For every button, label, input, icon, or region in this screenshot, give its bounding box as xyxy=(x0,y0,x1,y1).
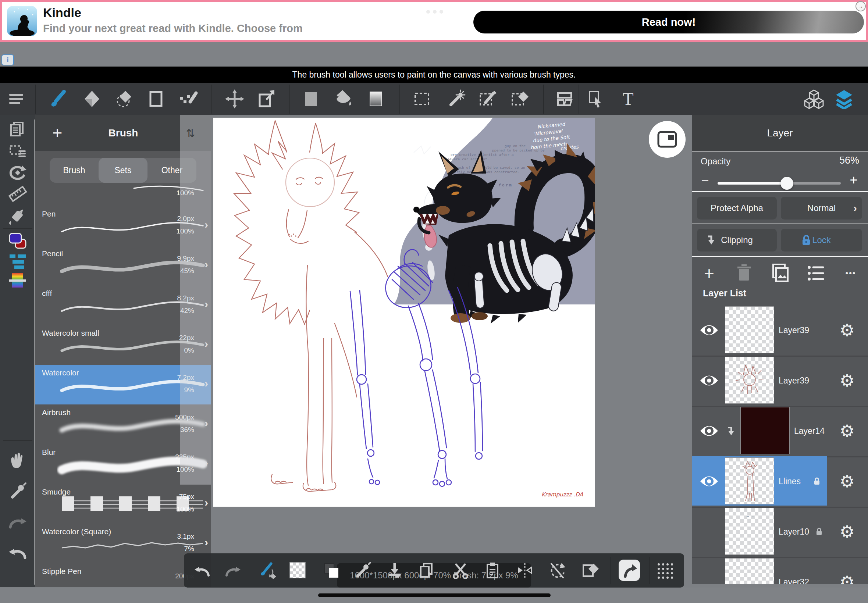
paste-button[interactable] xyxy=(484,561,501,579)
brush-settings-chevron[interactable]: › xyxy=(204,496,208,509)
layer-settings-gear[interactable]: ⚙ xyxy=(838,470,856,492)
brush-settings-chevron[interactable]: › xyxy=(204,417,208,430)
text-tool-icon[interactable]: T xyxy=(618,89,639,109)
material-list-icon[interactable] xyxy=(7,251,28,271)
brush-item-pen[interactable]: Pen 2.0px 100% › xyxy=(35,206,211,246)
save-button[interactable] xyxy=(386,561,404,579)
hand-tool-icon[interactable] xyxy=(7,450,28,471)
blend-mode-button[interactable]: Normal › xyxy=(781,197,862,220)
layer-settings-gear[interactable]: ⚙ xyxy=(838,420,856,442)
solid-fill-icon[interactable] xyxy=(301,89,322,109)
layer-thumbnail[interactable] xyxy=(740,407,790,454)
layer-row-layer10[interactable]: Layer10 ⚙ xyxy=(692,507,868,558)
layer-thumbnail[interactable] xyxy=(725,558,774,584)
gradient-picker-icon[interactable] xyxy=(7,270,28,291)
banner-forward-icon[interactable]: → xyxy=(856,1,866,11)
select-pen-tool-icon[interactable] xyxy=(477,89,498,109)
pages-icon[interactable] xyxy=(7,119,28,140)
brush-eraser-toggle-button[interactable] xyxy=(258,561,276,579)
layer-list-view-button[interactable] xyxy=(806,264,825,282)
operation-select-icon[interactable] xyxy=(586,89,607,109)
select-rect-tool-icon[interactable] xyxy=(412,89,432,109)
layer-row-layer32[interactable]: Layer32 ⚙ xyxy=(692,557,868,584)
flip-horizontal-button[interactable] xyxy=(516,561,534,579)
layer-thumbnail[interactable] xyxy=(725,306,774,353)
copy-button[interactable] xyxy=(418,561,435,579)
layer-settings-gear[interactable]: ⚙ xyxy=(838,319,856,341)
select-menu-icon[interactable] xyxy=(7,142,28,162)
panel-layout-icon[interactable] xyxy=(554,89,575,109)
brush-item-smudge[interactable]: Smudge 75px 100% › xyxy=(35,484,211,524)
layer-row-layer14[interactable]: Layer14 ⚙ xyxy=(692,406,868,458)
duplicate-layer-button[interactable] xyxy=(771,263,790,283)
color-swatch-button[interactable] xyxy=(322,561,340,579)
delete-layer-button[interactable] xyxy=(735,264,753,283)
layer-thumbnail[interactable] xyxy=(725,458,774,504)
brush-settings-chevron[interactable]: › xyxy=(204,298,208,310)
drag-handle-icon[interactable] xyxy=(656,561,673,579)
move-tool-icon[interactable] xyxy=(224,89,245,109)
sort-brushes-icon[interactable]: ⇅ xyxy=(179,123,201,143)
brush-item-partial[interactable]: 100% xyxy=(35,185,211,206)
brush-item-watercolor-small[interactable]: Watercolor small 22px 0% › xyxy=(35,325,211,365)
ruler-icon[interactable] xyxy=(7,184,28,204)
transform-tool-icon[interactable] xyxy=(256,89,277,109)
home-indicator[interactable] xyxy=(318,594,551,597)
brush-item-watercolor-selected[interactable]: Watercolor 7.2px 9% › xyxy=(35,365,211,405)
canvas[interactable]: guy on the ppened to be picked up by ery… xyxy=(214,118,595,507)
clipping-button[interactable]: Clipping xyxy=(697,229,777,252)
eyedropper-icon[interactable] xyxy=(7,482,28,502)
more-options-button[interactable]: ••• xyxy=(839,265,862,281)
cut-button[interactable] xyxy=(452,561,469,579)
brush-settings-chevron[interactable]: › xyxy=(204,457,208,469)
polyline-tool-icon[interactable] xyxy=(178,89,198,109)
menu-icon[interactable] xyxy=(6,89,26,109)
rotate-reset-button[interactable] xyxy=(548,561,566,579)
paint-tube-icon[interactable] xyxy=(7,206,28,226)
brush-settings-chevron[interactable]: › xyxy=(204,377,208,390)
bucket-tool-icon[interactable] xyxy=(333,89,353,109)
tab-brush[interactable]: Brush xyxy=(50,158,99,183)
eraser-tool-icon[interactable] xyxy=(82,89,102,109)
brush-settings-chevron[interactable]: › xyxy=(204,337,208,350)
info-icon[interactable]: i xyxy=(2,54,14,65)
shape-tool-icon[interactable] xyxy=(145,89,166,109)
transparent-color-button[interactable] xyxy=(289,562,306,578)
brush-settings-chevron[interactable]: › xyxy=(204,258,208,271)
redo-button[interactable] xyxy=(224,561,242,579)
visibility-eye-icon[interactable] xyxy=(699,425,719,437)
clear-button[interactable] xyxy=(581,561,599,579)
tab-other[interactable]: Other xyxy=(147,158,196,183)
opacity-minus-button[interactable]: − xyxy=(698,171,712,189)
visibility-eye-icon[interactable] xyxy=(699,374,719,387)
select-eraser-tool-icon[interactable] xyxy=(114,89,134,109)
brush-tool-icon[interactable] xyxy=(48,89,69,109)
brush-item-airbrush[interactable]: Airbrush 500px 36% › xyxy=(35,404,211,445)
tab-sets[interactable]: Sets xyxy=(99,158,147,183)
magic-wand-tool-icon[interactable] xyxy=(447,89,467,109)
layer-thumbnail[interactable] xyxy=(725,508,774,555)
read-now-button[interactable]: Read now! xyxy=(473,11,864,34)
undo-icon[interactable] xyxy=(7,542,28,563)
layer-settings-gear[interactable]: ⚙ xyxy=(838,521,856,543)
redo-icon[interactable] xyxy=(7,512,28,532)
color-swatches-icon[interactable] xyxy=(7,231,28,252)
brush-item-blur[interactable]: Blur 225px 100% › xyxy=(35,444,211,484)
select-eraser2-tool-icon[interactable] xyxy=(509,89,530,109)
brush-item-pencil[interactable]: Pencil 9.9px 45% › xyxy=(35,246,211,286)
layer-settings-gear[interactable]: ⚙ xyxy=(838,370,856,391)
visibility-eye-icon[interactable] xyxy=(699,475,719,487)
reference-window-button[interactable] xyxy=(649,121,685,158)
layer-thumbnail[interactable] xyxy=(725,357,774,404)
brush-settings-chevron[interactable]: › xyxy=(204,536,208,549)
opacity-slider-thumb[interactable] xyxy=(780,177,793,190)
layer-row-layer39b[interactable]: Layer39 ⚙ xyxy=(692,356,868,407)
lock-button[interactable]: Lock xyxy=(781,229,862,252)
ad-banner[interactable]: Kindle Find your next great read with Ki… xyxy=(0,0,868,42)
eyedropper-button[interactable] xyxy=(354,561,371,579)
layers-panel-icon[interactable] xyxy=(834,89,854,109)
layer-settings-gear[interactable]: ⚙ xyxy=(838,571,856,584)
sidebar-scrollbar[interactable] xyxy=(34,119,35,584)
layer-row-llines-selected[interactable]: Llines ⚙ xyxy=(692,456,868,508)
brush-item-cfff[interactable]: cfff 8.2px 42% › xyxy=(35,285,211,325)
